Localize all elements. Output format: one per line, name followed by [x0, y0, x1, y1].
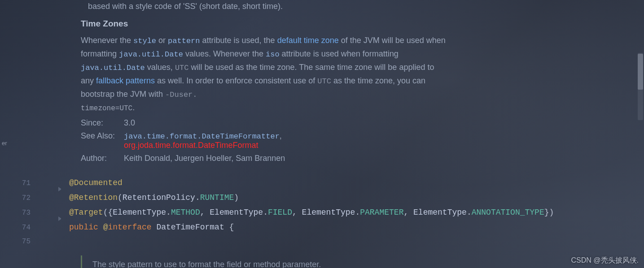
- code-line-72[interactable]: 72 @Retention(RetentionPolicy.RUNTIME): [0, 193, 644, 208]
- scrollbar-thumb[interactable]: [638, 54, 643, 90]
- since-value: 3.0: [124, 118, 449, 128]
- text: Whenever the: [81, 36, 133, 45]
- text: attribute is used, the: [200, 36, 277, 45]
- paren-open: (: [118, 193, 123, 202]
- watermark: CSDN @秃头披风侠.: [571, 256, 639, 265]
- dot: .: [467, 208, 472, 217]
- const-method: METHOD: [171, 208, 200, 217]
- code-java-util-date: java.util.Date: [119, 50, 183, 59]
- keyword-public: public: [69, 223, 103, 232]
- see-also-line2: org.joda.time.format.DateTimeFormat: [124, 141, 449, 150]
- annotation-at: @: [69, 178, 74, 187]
- heading-time-zones: Time Zones: [81, 19, 449, 29]
- comma: ,: [292, 208, 302, 217]
- link-joda-datetimeformat[interactable]: org.joda.time.format.DateTimeFormat: [124, 141, 258, 150]
- paren-close: ): [234, 193, 239, 202]
- brace-open: {: [108, 208, 113, 217]
- meta-see-also: See Also: java.time.format.DateTimeForma…: [81, 131, 449, 141]
- annotation-at: @: [103, 223, 108, 232]
- javadoc-indent-bar: [81, 255, 82, 268]
- space: [152, 223, 157, 232]
- text: ,: [280, 131, 282, 140]
- doc-line-prev: based with a style code of 'SS' (short d…: [81, 0, 449, 13]
- code-timezone-utc: timezone=UTC: [81, 104, 132, 112]
- code-pattern: pattern: [168, 37, 200, 45]
- paren-open: (: [103, 208, 108, 217]
- annotation-at: @: [69, 193, 74, 202]
- type-elementtype: ElementType: [113, 208, 166, 217]
- author-value: Keith Donald, Juergen Hoeller, Sam Brann…: [124, 154, 449, 163]
- comma: ,: [403, 208, 413, 217]
- annotation-retention: Retention: [74, 193, 118, 202]
- brace-close: }: [544, 208, 549, 217]
- code-iso: iso: [266, 50, 280, 59]
- text: or: [156, 36, 168, 45]
- annotation-target: Target: [74, 208, 103, 217]
- doc-paragraph-tz: Whenever the style or pattern attribute …: [81, 34, 449, 115]
- line-number: 73: [0, 209, 46, 217]
- meta-since: Since: 3.0: [81, 118, 449, 128]
- see-also-label: See Also:: [81, 131, 116, 141]
- fold-icon[interactable]: [58, 216, 63, 221]
- code-utc-2: UTC: [317, 77, 331, 86]
- since-label: Since:: [81, 118, 116, 128]
- text: .: [132, 103, 135, 112]
- type-elementtype: ElementType: [302, 208, 355, 217]
- link-default-time-zone[interactable]: default time zone: [277, 36, 339, 45]
- code-duser: -Duser.: [165, 91, 197, 99]
- sidebar-fragment: er: [0, 139, 9, 147]
- code-utc: UTC: [175, 64, 189, 72]
- const-runtime: RUNTIME: [200, 193, 234, 202]
- type-elementtype: ElementType: [413, 208, 467, 217]
- line-number: 74: [0, 224, 46, 232]
- const-field: FIELD: [268, 208, 292, 217]
- text: values,: [145, 63, 175, 72]
- annotation-at: @: [69, 208, 74, 217]
- text: values. Whenever the: [183, 49, 266, 58]
- code-java-util-date-2: java.util.Date: [81, 64, 145, 72]
- code-line-73[interactable]: 73 @Target({ElementType.METHOD, ElementT…: [0, 208, 644, 223]
- code-line-71[interactable]: 71 @Documented: [0, 178, 644, 193]
- keyword-interface: interface: [108, 223, 151, 232]
- link-datetimeformatter[interactable]: java.time.format.DateTimeFormatter: [124, 132, 280, 141]
- dot: .: [263, 208, 268, 217]
- dot: .: [195, 193, 200, 202]
- javadoc-panel: based with a style code of 'SS' (short d…: [81, 0, 449, 163]
- text: attribute is used when formatting: [280, 49, 399, 58]
- code-line-74[interactable]: 74 public @interface DateTimeFormat {: [0, 223, 644, 238]
- const-parameter: PARAMETER: [360, 208, 403, 217]
- link-fallback-patterns[interactable]: fallback patterns: [96, 76, 155, 85]
- line-number: 72: [0, 194, 46, 202]
- dot: .: [355, 208, 360, 217]
- code-style: style: [133, 37, 156, 45]
- code-editor[interactable]: 71 @Documented 72 @Retention(RetentionPo…: [0, 178, 644, 252]
- author-label: Author:: [81, 154, 116, 163]
- line-number: 71: [0, 179, 46, 187]
- javadoc-next-line: The style pattern to use to format the f…: [92, 260, 321, 268]
- brace-open: {: [224, 223, 234, 232]
- text: as well. In order to enforce consistent …: [155, 76, 317, 85]
- meta-author: Author: Keith Donald, Juergen Hoeller, S…: [81, 154, 449, 163]
- comma: ,: [200, 208, 210, 217]
- class-name: DateTimeFormat: [156, 223, 224, 232]
- const-annotation-type: ANNOTATION_TYPE: [472, 208, 544, 217]
- paren-close: ): [549, 208, 554, 217]
- type-retentionpolicy: RetentionPolicy: [123, 193, 195, 202]
- type-elementtype: ElementType: [210, 208, 263, 217]
- dot: .: [166, 208, 171, 217]
- fold-icon[interactable]: [58, 187, 63, 191]
- line-number: 75: [0, 238, 46, 246]
- annotation-documented: Documented: [74, 178, 123, 187]
- code-line-75[interactable]: 75: [0, 238, 644, 252]
